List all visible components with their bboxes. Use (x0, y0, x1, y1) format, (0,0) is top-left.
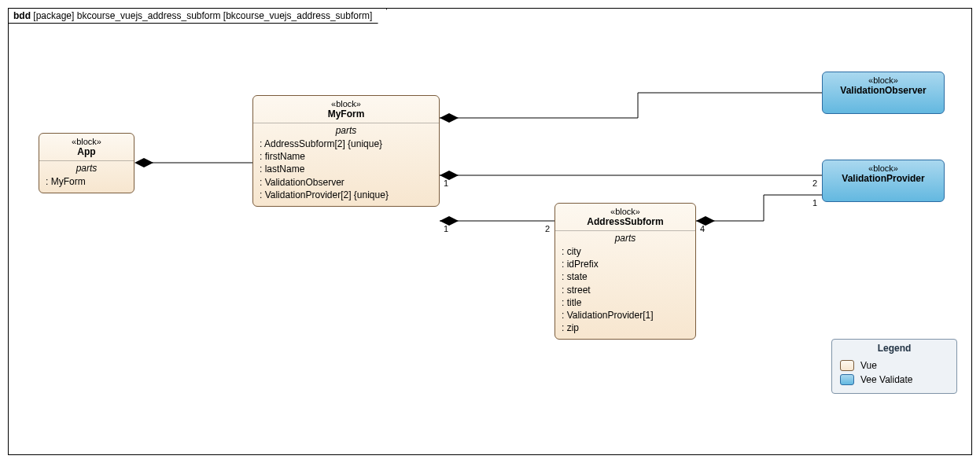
block-address: «block» AddressSubform parts : city : id… (554, 203, 696, 340)
block-myform-header: «block» MyForm (253, 96, 439, 123)
part-row: : title (562, 296, 689, 309)
block-observer-header: «block» ValidationObserver (823, 72, 944, 99)
block-myform-name: MyForm (258, 108, 434, 119)
legend-swatch-vee (840, 374, 854, 385)
title-prefix: bdd (13, 10, 31, 21)
block-app-parts-label: parts (39, 161, 134, 175)
mult-myform-address-dst: 2 (545, 224, 550, 233)
block-observer-name: ValidationObserver (827, 85, 939, 96)
block-address-header: «block» AddressSubform (555, 204, 695, 231)
legend-row-vue: Vue (832, 358, 956, 373)
bdd-diagram-frame: bdd [package] bkcourse_vuejs_address_sub… (8, 8, 972, 455)
mult-myform-address-src: 1 (444, 224, 448, 233)
legend-label-vue: Vue (860, 360, 877, 371)
diamond-icon (440, 171, 459, 180)
block-app-parts: : MyForm (39, 175, 134, 193)
block-myform-parts-label: parts (253, 123, 439, 138)
block-app-stereotype: «block» (44, 137, 129, 146)
block-validation-observer: «block» ValidationObserver (822, 72, 945, 114)
block-address-name: AddressSubform (560, 216, 691, 227)
block-provider-name: ValidationProvider (827, 173, 939, 184)
block-validation-provider: «block» ValidationProvider (822, 160, 945, 202)
mult-myform-provider-src: 1 (444, 178, 448, 188)
diamond-icon (440, 216, 459, 226)
part-row: : city (562, 245, 689, 258)
mult-myform-provider-dst: 2 (812, 178, 817, 188)
block-app: «block» App parts : MyForm (39, 133, 134, 193)
block-observer-stereotype: «block» (827, 75, 939, 85)
part-row: : MyForm (46, 175, 127, 188)
part-row: : ValidationObserver (260, 176, 433, 189)
diamond-icon (696, 216, 715, 226)
block-myform-stereotype: «block» (258, 99, 434, 108)
part-row: : AddressSubform[2] {unique} (260, 138, 433, 150)
legend-label-vee: Vee Validate (860, 374, 913, 385)
part-row: : ValidationProvider[2] {unique} (260, 189, 433, 201)
part-row: : ValidationProvider[1] (562, 309, 689, 322)
block-provider-header: «block» ValidationProvider (823, 160, 944, 187)
legend-title: Legend (832, 340, 956, 358)
part-row: : firstName (260, 150, 433, 163)
block-address-parts: : city : idPrefix : state : street : tit… (555, 245, 695, 339)
block-address-stereotype: «block» (560, 207, 691, 216)
block-app-header: «block» App (39, 134, 134, 161)
part-row: : idPrefix (562, 258, 689, 270)
legend: Legend Vue Vee Validate (831, 339, 957, 394)
legend-swatch-vue (840, 360, 854, 371)
block-address-parts-label: parts (555, 231, 695, 245)
diamond-icon (440, 113, 459, 123)
part-row: : state (562, 270, 689, 283)
legend-row-vee: Vee Validate (832, 373, 956, 387)
part-row: : street (562, 284, 689, 296)
block-provider-stereotype: «block» (827, 164, 939, 173)
mult-address-provider-src: 4 (700, 224, 705, 233)
part-row: : zip (562, 322, 689, 334)
block-myform: «block» MyForm parts : AddressSubform[2]… (252, 95, 440, 207)
block-app-name: App (44, 146, 129, 157)
block-myform-parts: : AddressSubform[2] {unique} : firstName… (253, 138, 439, 206)
diagram-title-tab: bdd [package] bkcourse_vuejs_address_sub… (9, 9, 387, 24)
part-row: : lastName (260, 163, 433, 175)
mult-address-provider-dst: 1 (812, 198, 817, 208)
diamond-icon (134, 158, 153, 167)
title-rest: [package] bkcourse_vuejs_address_subform… (33, 10, 372, 21)
